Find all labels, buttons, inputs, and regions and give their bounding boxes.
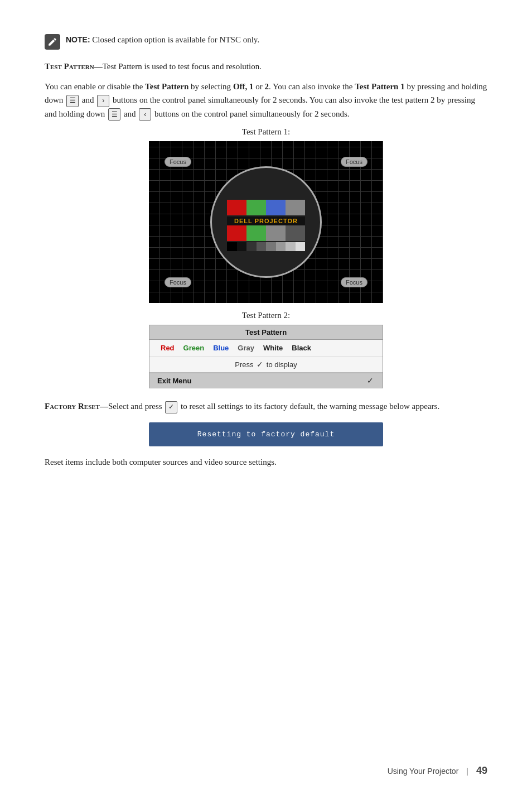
- focus-label-bl: Focus: [165, 277, 191, 287]
- factory-reset-section: Factory Reset—Select and press ✓ to rese…: [45, 399, 487, 469]
- tp2-color-green: Green: [183, 344, 205, 352]
- tp1-bar-2: [246, 242, 257, 251]
- tp1-bar-6: [286, 242, 296, 251]
- tp2-colors-row: Red Green Blue Gray White Black: [149, 340, 383, 357]
- tp2-footer: Exit Menu ✓: [149, 373, 383, 388]
- tp2-check-symbol: ✓: [257, 360, 263, 369]
- pencil-icon: [47, 37, 57, 47]
- tp2-footer-check: ✓: [367, 376, 374, 385]
- reset-message: Resetting to factory default: [149, 422, 383, 446]
- tp2-label: Test Pattern 2:: [45, 311, 487, 320]
- note-box: NOTE: Closed caption option is available…: [45, 33, 487, 50]
- tp1-red: [227, 200, 246, 215]
- tp1-red-2: [227, 225, 246, 241]
- tp2-container: Test Pattern Red Green Blue Gray White B…: [45, 325, 487, 388]
- page-number: 49: [476, 765, 487, 777]
- tp1-label: Test Pattern 1:: [45, 127, 487, 137]
- test-pattern-body: You can enable or disable the Test Patte…: [45, 80, 487, 121]
- tp1-bar-7: [296, 242, 306, 251]
- note-text: NOTE: Closed caption option is available…: [66, 33, 259, 46]
- test-pattern-2-widget: Test Pattern Red Green Blue Gray White B…: [149, 325, 383, 388]
- tp1-container: Focus Focus Focus Focus DELL PROJECTOR: [45, 141, 487, 303]
- reset-box-container: Resetting to factory default: [45, 422, 487, 446]
- tp1-gray-bars: [227, 242, 305, 251]
- factory-reset-heading: Factory Reset—: [45, 402, 108, 411]
- note-label: NOTE:: [66, 35, 90, 44]
- menu-button-inline-1: ☰: [66, 95, 79, 107]
- tp1-gray: [286, 200, 305, 215]
- tp1-bar-5: [276, 242, 286, 251]
- note-content: Closed caption option is available for N…: [92, 35, 259, 44]
- focus-label-br: Focus: [341, 277, 367, 287]
- factory-reset-body: Factory Reset—Select and press ✓ to rese…: [45, 399, 487, 413]
- tp1-green-2: [246, 225, 266, 241]
- tp2-press-text: Press: [235, 360, 253, 369]
- tp2-header: Test Pattern: [149, 325, 383, 340]
- tp2-exit-menu: Exit Menu: [157, 377, 191, 385]
- tp2-color-blue: Blue: [213, 344, 229, 352]
- note-icon: [45, 34, 60, 50]
- tp1-dark-2: [286, 225, 305, 241]
- tp2-color-red: Red: [161, 344, 175, 352]
- tp1-color-row: [227, 200, 305, 215]
- tp1-bar-0: [227, 242, 237, 251]
- tp2-color-black: Black: [292, 344, 311, 352]
- menu-button-inline-2: ☰: [108, 108, 120, 121]
- test-pattern-1-image: Focus Focus Focus Focus DELL PROJECTOR: [149, 141, 383, 303]
- tp1-bar-3: [257, 242, 267, 251]
- tp1-green: [246, 200, 266, 215]
- tp2-to-display: to display: [267, 360, 297, 369]
- footer-separator: |: [466, 767, 468, 776]
- tp1-blue: [266, 200, 286, 215]
- reset-note-after: Reset items include both computer source…: [45, 455, 487, 469]
- page-footer: Using Your Projector | 49: [388, 765, 487, 777]
- tp1-center-box: DELL PROJECTOR: [227, 200, 305, 244]
- tp1-logo: DELL PROJECTOR: [227, 216, 305, 225]
- tp2-color-gray: Gray: [238, 344, 254, 352]
- tp1-bar-4: [266, 242, 276, 251]
- tp1-gray-2: [266, 225, 286, 241]
- footer-label: Using Your Projector: [388, 767, 459, 776]
- tp2-press-row: Press ✓ to display: [149, 357, 383, 373]
- section-heading-test-pattern: Test Pattern—: [45, 62, 103, 71]
- test-pattern-intro: Test Pattern—Test Pattern is used to tes…: [45, 60, 487, 73]
- focus-label-tl: Focus: [165, 157, 191, 167]
- prev-button-inline: ‹: [139, 108, 151, 121]
- tp1-color-row-2: [227, 225, 305, 241]
- tp2-color-white: White: [263, 344, 283, 352]
- next-button-inline: ›: [97, 95, 109, 107]
- focus-label-tr: Focus: [341, 157, 367, 167]
- tp1-bar-1: [237, 242, 247, 251]
- factory-reset-btn: ✓: [165, 401, 177, 413]
